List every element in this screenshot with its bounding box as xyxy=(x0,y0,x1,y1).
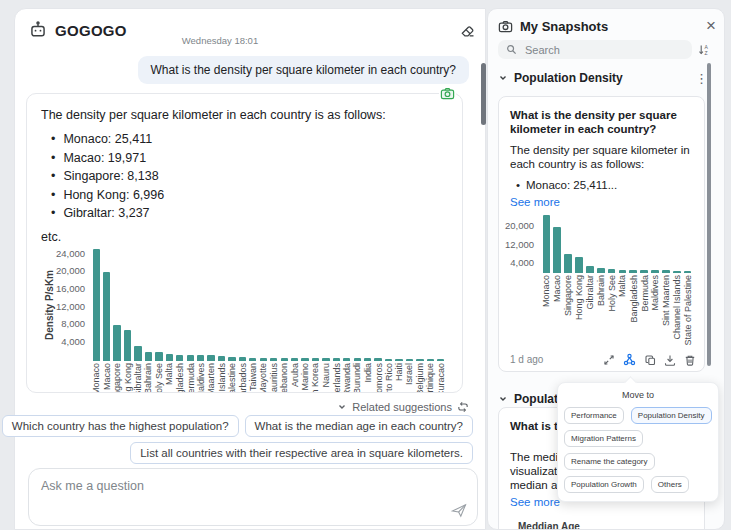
x-label: Channel Islands xyxy=(217,363,227,393)
bar-Sint Maarten xyxy=(207,355,214,360)
bar-Singapore xyxy=(113,325,120,361)
category-chip[interactable]: Population Growth xyxy=(564,476,644,493)
list-item: Hong Kong: 6,996 xyxy=(41,186,448,205)
suggestions-row-2: List all countries with their respective… xyxy=(130,442,473,464)
assistant-intro: The density per square kilometer in each… xyxy=(41,107,448,123)
density-list: Monaco: 25,411 Macao: 19,971 Singapore: … xyxy=(41,130,448,223)
snapshot-body: The density per square kilometer in each… xyxy=(510,143,693,171)
search-icon xyxy=(506,44,517,55)
move-to-category-icon[interactable] xyxy=(623,353,636,366)
list-item: Singapore: 8,138 xyxy=(41,167,448,186)
bar-Hong Kong xyxy=(575,257,583,273)
close-icon[interactable]: × xyxy=(706,18,716,34)
popup-title: Move to xyxy=(564,389,712,401)
camera-icon xyxy=(498,19,513,34)
x-label: Nauru xyxy=(321,363,331,388)
x-label: Channel Islands xyxy=(672,275,682,340)
x-label: Macao xyxy=(552,275,562,302)
send-icon[interactable] xyxy=(451,503,467,518)
x-label: Puerto Rico xyxy=(384,363,394,393)
bar-State of Palestine xyxy=(228,357,235,361)
y-tick: 12,000 xyxy=(505,239,534,250)
bar-plot xyxy=(91,249,446,361)
x-label: Comoros xyxy=(373,363,383,393)
chevron-down-icon xyxy=(498,394,508,404)
bar-Singapore xyxy=(564,254,572,273)
snapshot-camera-icon[interactable] xyxy=(439,85,456,102)
bar-Israel xyxy=(406,359,413,361)
category-chip-selected[interactable]: Population Density xyxy=(631,407,712,424)
search-bar xyxy=(498,40,692,59)
bar-Gibraltar xyxy=(586,266,594,273)
suggestion-button[interactable]: Which country has the highest population… xyxy=(2,415,239,437)
see-more-link[interactable]: See more xyxy=(510,195,693,209)
bar-Sint Maarten xyxy=(662,270,670,273)
suggestion-button[interactable]: What is the median age in each country? xyxy=(245,415,473,437)
x-label: Bangladesh xyxy=(175,363,185,393)
y-tick: 4,000 xyxy=(510,257,534,268)
bar-Channel Islands xyxy=(218,356,225,360)
x-label: State of Palestine xyxy=(227,363,237,393)
expand-icon[interactable] xyxy=(603,354,615,366)
x-label: Bahrain xyxy=(596,275,606,306)
bar-Channel Islands xyxy=(673,271,681,273)
x-label: Monaco xyxy=(541,275,551,307)
bar-plot xyxy=(541,215,693,273)
bar-Bahrain xyxy=(597,268,605,273)
panel-title: My Snapshots xyxy=(520,19,608,34)
search-input[interactable] xyxy=(523,43,684,57)
bar-Bermuda xyxy=(187,355,194,360)
x-label: Holy See xyxy=(607,275,617,312)
sidebar-scrollbar-thumb[interactable] xyxy=(707,63,711,366)
y-tick: 8,000 xyxy=(61,318,85,329)
x-label: Monaco xyxy=(91,363,101,393)
clear-chat-eraser-icon[interactable] xyxy=(460,23,475,38)
x-label: Sint Maarten xyxy=(661,275,671,326)
x-label: Haiti xyxy=(394,363,404,381)
x-label: Bahrain xyxy=(143,363,153,393)
popup-caret xyxy=(624,376,637,389)
x-label: Belgium xyxy=(415,363,425,393)
x-label: Rwanda xyxy=(342,363,352,393)
bar-Belgium xyxy=(416,359,423,361)
bar-Comoros xyxy=(374,358,381,360)
x-label: Malta xyxy=(617,275,627,297)
sort-icon[interactable]: A Z xyxy=(698,43,711,56)
x-label: Israel xyxy=(404,363,414,385)
x-label: Gibraltar xyxy=(585,275,595,310)
chat-input[interactable] xyxy=(29,469,477,503)
category-chip[interactable]: Rename the category xyxy=(564,453,655,470)
bar-Netherlands xyxy=(333,358,340,360)
download-icon[interactable] xyxy=(664,354,676,366)
bar-Bahrain xyxy=(145,352,152,361)
x-label: Bermuda xyxy=(639,275,649,312)
refresh-suggestions-icon[interactable] xyxy=(457,401,469,413)
chat-scrollbar-thumb[interactable] xyxy=(481,63,486,125)
x-label: Gibraltar xyxy=(133,363,143,393)
chevron-down-icon[interactable] xyxy=(337,402,347,412)
snapshots-panel: My Snapshots × A Z xyxy=(487,8,725,530)
trash-icon[interactable] xyxy=(684,354,696,366)
date-divider: Wednesday 18:01 xyxy=(15,35,425,46)
bar-Malta xyxy=(619,270,627,273)
chat-input-box xyxy=(28,468,478,526)
suggestion-button[interactable]: List all countries with their respective… xyxy=(130,442,473,464)
x-label: Hong Kong xyxy=(574,275,584,320)
x-label: Singapore xyxy=(563,275,573,316)
category-chip[interactable]: Migration Patterns xyxy=(564,430,643,447)
x-axis-labels: MonacoMacaoSingaporeHong KongGibraltarBa… xyxy=(91,363,446,393)
user-message: What is the density per square kilometer… xyxy=(138,56,469,84)
bar-Malta xyxy=(166,354,173,360)
bar-Barbados xyxy=(239,357,246,360)
bar-India xyxy=(364,358,371,360)
bar-Bermuda xyxy=(640,270,648,273)
copy-icon[interactable] xyxy=(644,354,656,366)
category-chip[interactable]: Performance xyxy=(564,407,624,424)
bar-Mauritius xyxy=(270,358,277,361)
bar-South Korea xyxy=(312,358,319,360)
mini-density-chart: 4,00012,00020,000 MonacoMacaoSingaporeHo… xyxy=(510,215,693,368)
y-axis-label: Density P/sKm xyxy=(44,269,55,339)
section-population-density[interactable]: Population Density ⋮ xyxy=(488,66,718,90)
bar-Lebanon xyxy=(281,358,288,361)
category-chip[interactable]: Others xyxy=(651,476,689,493)
